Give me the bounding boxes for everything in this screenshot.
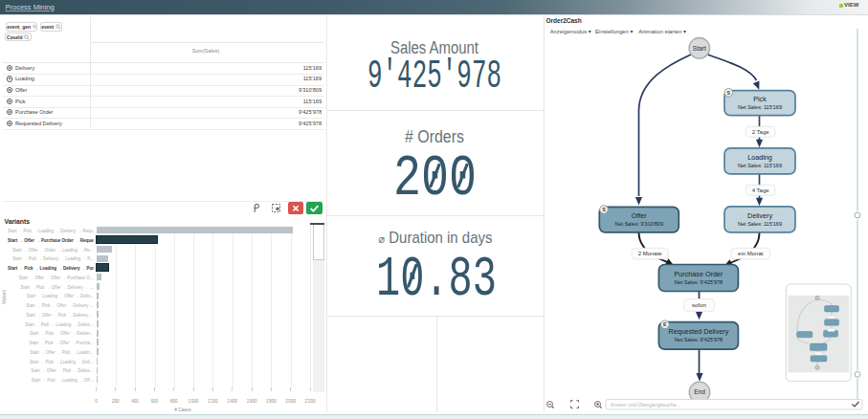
svg-text:Animation starten ▾: Animation starten ▾ (638, 29, 686, 34)
svg-text:⌀ Duration in days: ⌀ Duration in days (379, 229, 493, 247)
svg-text:9'425'978: 9'425'978 (367, 53, 501, 99)
svg-text:Loading: Loading (747, 153, 772, 162)
svg-text:Net Sales: 9'425'978: Net Sales: 9'425'978 (675, 279, 723, 285)
svg-text:Net Sales: 9'310'809: Net Sales: 9'310'809 (615, 221, 663, 227)
svg-text:Net Sales: 115'169: Net Sales: 115'169 (738, 163, 782, 168)
svg-text:Net Sales: 9'425'978: Net Sales: 9'425'978 (675, 337, 723, 342)
svg-text:Einstellungen ▾: Einstellungen ▾ (595, 29, 633, 34)
svg-text:2 Monate: 2 Monate (638, 251, 663, 256)
svg-text:2 Tage: 2 Tage (752, 129, 770, 135)
svg-text:Start: Start (693, 45, 706, 52)
svg-text:S: S (726, 90, 730, 96)
svg-text:Offer: Offer (632, 211, 647, 220)
svg-text:Order2Cash: Order2Cash (546, 17, 582, 24)
svg-text:S: S (602, 207, 606, 212)
svg-text:E: E (663, 321, 667, 327)
svg-text:Purchase Order: Purchase Order (675, 270, 723, 278)
svg-text:Pick: Pick (753, 95, 767, 103)
svg-text:Net Sales: 115'169: Net Sales: 115'169 (738, 104, 782, 110)
svg-text:Requested Delivery: Requested Delivery (669, 327, 729, 336)
svg-text:Net Sales: 115'169: Net Sales: 115'169 (738, 221, 782, 227)
svg-text:# Orders: # Orders (405, 127, 464, 146)
svg-text:4 Tage: 4 Tage (752, 187, 770, 193)
svg-text:sofort: sofort (692, 302, 706, 308)
svg-text:Anzeigemodus ▾: Anzeigemodus ▾ (550, 29, 591, 34)
svg-text:End: End (694, 388, 705, 395)
svg-text:ein Monat: ein Monat (738, 251, 764, 256)
svg-text:Knoten und Übergangssuche...: Knoten und Übergangssuche... (611, 402, 680, 408)
svg-text:10.83: 10.83 (376, 248, 497, 312)
svg-text:Delivery: Delivery (747, 211, 772, 220)
